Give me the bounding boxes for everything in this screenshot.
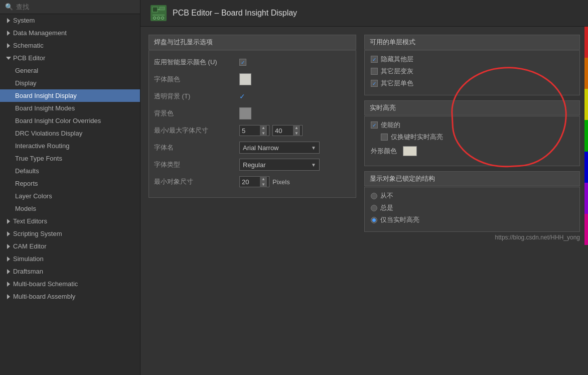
sidebar-item-system[interactable]: System (0, 14, 140, 27)
watermark: https://blog.csdn.net/HHH_yong (495, 234, 580, 241)
search-bar[interactable]: 🔍 (0, 0, 140, 14)
sidebar-item-label: Draftsman (13, 268, 43, 275)
spin-min-obj-up[interactable]: ▲ (260, 176, 267, 182)
color-swatch-font[interactable] (239, 73, 251, 85)
sidebar-item-defaults[interactable]: Defaults (0, 165, 140, 177)
sidebar-item-label: Data Management (13, 29, 67, 37)
section-title-single-layer: 可用的单层模式 (364, 35, 580, 50)
sidebar-item-reports[interactable]: Reports (0, 177, 140, 190)
left-panel-content: 应用智能显示颜色 (U) 字体颜色 透明背景 (T) ✓ (149, 50, 356, 198)
sidebar-item-layer-colors[interactable]: Layer Colors (0, 190, 140, 202)
spin-max-font-input[interactable] (273, 127, 293, 135)
form-row-min-max-font: 最小/最大字体尺寸 ▲ ▼ (154, 124, 351, 137)
triangle-icon (7, 43, 10, 48)
sidebar-item-board-insight-display[interactable]: Board Insight Display (0, 89, 140, 102)
sidebar-item-label: System (13, 17, 35, 24)
dropdown-font-type-value: Regular (243, 161, 266, 169)
sidebar-item-board-insight-modes[interactable]: Board Insight Modes (0, 102, 140, 114)
form-row-min-obj-size: 最小对象尺寸 ▲ ▼ Pixels (154, 175, 351, 188)
strip-yellow (584, 89, 588, 120)
checkbox-gray-others[interactable] (371, 68, 378, 75)
check-row-enabled: 使能的 (371, 120, 573, 130)
color-swatch-bg[interactable] (239, 107, 251, 119)
sidebar-item-scripting-system[interactable]: Scripting System (0, 227, 140, 240)
radio-always[interactable] (371, 205, 377, 211)
checkbox-apply-smart-color[interactable] (239, 59, 246, 66)
sidebar-item-label: Display (15, 79, 37, 87)
check-row-key-only: 仅换键时实时高亮 (371, 133, 573, 142)
color-swatch-outline[interactable] (403, 146, 417, 156)
strip-green (584, 120, 588, 151)
spin-min-font-input[interactable] (240, 127, 260, 135)
sidebar-item-text-editors[interactable]: Text Editors (0, 215, 140, 227)
section-content-single-layer: 隐藏其他层 其它层变灰 其它层单色 (364, 50, 580, 95)
spin-min-down[interactable]: ▼ (260, 131, 267, 136)
sidebar-item-data-management[interactable]: Data Management (0, 27, 140, 39)
label-never: 从不 (380, 191, 393, 200)
svg-rect-1 (153, 7, 158, 12)
sidebar-item-cam-editor[interactable]: CAM Editor (0, 240, 140, 253)
section-realtime-highlight: 实时高亮 使能的 仅换键时实时高亮 外形颜色 (364, 100, 580, 166)
label-mono-others: 其它层单色 (381, 79, 413, 88)
form-row-outline-color: 外形颜色 (371, 145, 573, 158)
spin-max-font[interactable]: ▲ ▼ (272, 125, 303, 136)
spin-min-obj-input[interactable] (240, 178, 260, 186)
section-title-locked: 显示对象已锁定的结构 (364, 171, 580, 186)
strip-blue (584, 152, 588, 183)
triangle-icon (6, 57, 11, 60)
sidebar-item-label: Board Insight Color Overrides (15, 117, 101, 124)
spin-min-obj-arrows: ▲ ▼ (260, 176, 267, 187)
spin-min-up[interactable]: ▲ (260, 125, 267, 131)
spin-min-obj-down[interactable]: ▼ (260, 182, 267, 187)
sidebar-item-multi-board-schematic[interactable]: Multi-board Schematic (0, 278, 140, 290)
checkbox-key-only[interactable] (381, 134, 388, 141)
sidebar-item-general[interactable]: General (0, 64, 140, 77)
sidebar-item-draftsman[interactable]: Draftsman (0, 265, 140, 278)
side-color-strips (584, 27, 588, 245)
spin-max-font-arrows: ▲ ▼ (293, 125, 300, 136)
spin-min-obj[interactable]: ▲ ▼ (239, 176, 269, 187)
sidebar-item-label: Schematic (13, 42, 44, 49)
sidebar-item-drc-violations-display[interactable]: DRC Violations Display (0, 127, 140, 140)
checkbox-hide-others[interactable] (371, 56, 378, 63)
search-input[interactable] (16, 3, 135, 11)
triangle-icon (7, 231, 10, 236)
radio-never[interactable] (371, 193, 377, 199)
sidebar-item-models[interactable]: Models (0, 202, 140, 215)
sidebar-item-pcb-editor[interactable]: PCB Editor (0, 52, 140, 64)
sidebar-item-simulation[interactable]: Simulation (0, 253, 140, 265)
spin-max-down[interactable]: ▼ (293, 131, 300, 136)
sidebar-item-true-type-fonts[interactable]: True Type Fonts (0, 152, 140, 165)
dropdown-font-type[interactable]: Regular ▼ (239, 159, 320, 171)
chevron-down-icon-2: ▼ (311, 162, 316, 168)
section-title-realtime: 实时高亮 (364, 100, 580, 115)
spin-min-font-arrows: ▲ ▼ (260, 125, 267, 136)
label-hide-others: 隐藏其他层 (381, 55, 413, 64)
label-font-type: 字体类型 (154, 160, 239, 169)
label-key-only: 仅换键时实时高亮 (391, 133, 443, 142)
sidebar-item-board-insight-color-overrides[interactable]: Board Insight Color Overrides (0, 114, 140, 127)
checkbox-realtime-enabled[interactable] (371, 121, 378, 129)
sidebar-item-label: Multi-board Assembly (13, 293, 75, 300)
form-row-apply-smart-color: 应用智能显示颜色 (U) (154, 56, 351, 69)
sidebar-item-label: Models (15, 205, 36, 212)
sidebar-item-schematic[interactable]: Schematic (0, 39, 140, 52)
spin-max-up[interactable]: ▲ (293, 125, 300, 131)
sidebar-item-label: Scripting System (13, 230, 62, 237)
checkbox-mono-others[interactable] (371, 80, 378, 87)
radio-row-realtime-only: 仅当实时高亮 (371, 215, 573, 224)
triangle-icon (7, 31, 10, 36)
sidebar-item-display[interactable]: Display (0, 77, 140, 89)
sidebar-item-multi-board-assembly[interactable]: Multi-board Assembly (0, 290, 140, 303)
dropdown-font-name[interactable]: Arial Narrow ▼ (239, 142, 320, 154)
spin-min-font[interactable]: ▲ ▼ (239, 125, 269, 136)
radio-realtime-only[interactable] (371, 217, 377, 223)
sidebar-item-interactive-routing[interactable]: Interactive Routing (0, 140, 140, 152)
left-panel: 焊盘与过孔显示选项 应用智能显示颜色 (U) 字体颜色 透明背景 (T) (149, 35, 356, 237)
form-row-font-type: 字体类型 Regular ▼ (154, 158, 351, 171)
strip-orange (584, 58, 588, 89)
form-row-transparent-bg: 透明背景 (T) ✓ (154, 90, 351, 103)
label-min-max-font: 最小/最大字体尺寸 (154, 126, 239, 135)
label-font-color: 字体颜色 (154, 75, 239, 84)
left-panel-title: 焊盘与过孔显示选项 (149, 35, 356, 50)
